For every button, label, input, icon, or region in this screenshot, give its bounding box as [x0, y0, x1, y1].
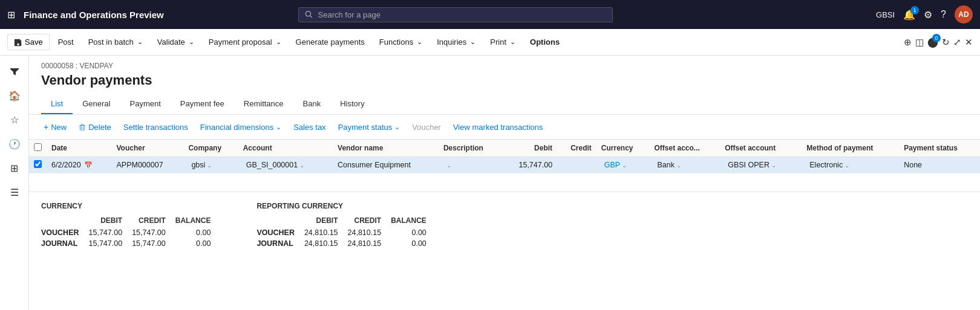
grid-menu-icon[interactable]: ⊞ — [7, 9, 15, 21]
tab-payment-fee[interactable]: Payment fee — [171, 94, 234, 114]
sales-tax-button[interactable]: Sales tax — [289, 120, 330, 134]
voucher-label: Voucher — [412, 123, 441, 132]
app-title: Finance and Operations Preview — [24, 10, 164, 20]
currency-summary-row: JOURNAL 15,747.00 15,747.00 0.00 — [41, 238, 220, 249]
currency-summary-row: VOUCHER 15,747.00 15,747.00 0.00 — [41, 227, 220, 238]
row-checkbox[interactable] — [34, 160, 42, 168]
new-button[interactable]: + New — [39, 120, 71, 134]
currency-summary: CURRENCY DEBIT CREDIT BALANCE — [41, 202, 220, 249]
method-dropdown[interactable]: Electronic⌄ — [806, 160, 852, 170]
col-offset-acct-type: Offset acco... — [650, 140, 720, 157]
summary-section: CURRENCY DEBIT CREDIT BALANCE — [29, 192, 980, 259]
command-bar: Save Post Post in batch Validate Payment… — [0, 29, 980, 56]
favorites-icon[interactable]: ☆ — [4, 109, 25, 131]
reporting-row-credit: 24,810.15 — [348, 227, 391, 238]
badge-icon[interactable]: ⬤0 — [927, 36, 938, 48]
reporting-summary-row: JOURNAL 24,810.15 24,810.15 0.00 — [256, 238, 436, 249]
summary-row: CURRENCY DEBIT CREDIT BALANCE — [41, 202, 968, 249]
delete-icon — [79, 123, 86, 131]
tab-bank[interactable]: Bank — [293, 94, 331, 114]
col-account: Account — [238, 140, 333, 157]
fullscreen-icon[interactable]: ⤢ — [953, 37, 961, 48]
avatar[interactable]: AD — [955, 5, 973, 24]
personalize-icon[interactable]: ⊕ — [904, 37, 912, 48]
cell-description: ⌄ — [439, 157, 502, 173]
reporting-table: DEBIT CREDIT BALANCE VOUCHER 24,810.15 2… — [256, 215, 436, 249]
workspace-icon[interactable]: ⊞ — [4, 157, 25, 179]
financial-dimensions-button[interactable]: Financial dimensions — [195, 120, 286, 134]
chevron-down-icon: ⌄ — [676, 162, 681, 169]
payment-proposal-button[interactable]: Payment proposal — [203, 34, 287, 50]
list-icon[interactable]: ☰ — [4, 181, 25, 203]
reporting-summary: REPORTING CURRENCY DEBIT CREDIT BALANCE — [256, 202, 436, 249]
col-check[interactable] — [29, 140, 47, 157]
home-icon[interactable]: 🏠 — [4, 85, 25, 106]
close-icon[interactable]: ✕ — [965, 37, 973, 48]
inquiries-button[interactable]: Inquiries — [431, 34, 482, 50]
tab-payment[interactable]: Payment — [120, 94, 170, 114]
search-input[interactable] — [318, 10, 607, 19]
currency-dropdown[interactable]: GBP⌄ — [601, 160, 630, 170]
page-title: Vendor payments — [41, 73, 968, 88]
currency-row-label: VOUCHER — [41, 227, 89, 238]
tab-list[interactable]: List — [41, 94, 73, 114]
currency-row-credit: 15,747.00 — [132, 227, 175, 238]
functions-button[interactable]: Functions — [373, 34, 428, 50]
content-toolbar: + New Delete Settle transactions Financi… — [29, 115, 980, 140]
generate-payments-label: Generate payments — [296, 37, 365, 47]
options-button[interactable]: Options — [524, 34, 566, 50]
help-icon[interactable]: ? — [941, 9, 946, 20]
reporting-row-balance: 0.00 — [391, 238, 436, 249]
company-label: GBSI — [876, 10, 895, 19]
reporting-row-credit: 24,810.15 — [348, 238, 391, 249]
chevron-down-icon: ⌄ — [622, 162, 627, 169]
validate-button[interactable]: Validate — [151, 34, 200, 50]
select-all-checkbox[interactable] — [34, 143, 42, 151]
voucher-button: Voucher — [407, 120, 446, 134]
filter-icon[interactable] — [4, 60, 25, 82]
offset-acct-type-dropdown[interactable]: Bank⌄ — [655, 160, 685, 170]
col-method: Method of payment — [802, 140, 899, 157]
save-button[interactable]: Save — [7, 34, 50, 50]
notifications-icon[interactable]: 🔔 1 — [903, 9, 915, 21]
tab-general[interactable]: General — [73, 94, 120, 114]
tab-remittance[interactable]: Remittance — [234, 94, 293, 114]
payment-status-button[interactable]: Payment status — [333, 120, 405, 134]
top-navigation: ⊞ Finance and Operations Preview GBSI 🔔 … — [0, 0, 980, 29]
payment-status-label: Payment status — [338, 123, 393, 132]
sales-tax-label: Sales tax — [293, 123, 325, 132]
currency-col-label — [41, 215, 89, 227]
calendar-icon[interactable]: 📅 — [84, 161, 93, 169]
cell-date: 6/2/2020 📅 — [47, 157, 111, 173]
svg-line-1 — [310, 16, 312, 18]
top-nav-right: GBSI 🔔 1 ⚙ ? AD — [876, 5, 973, 24]
search-bar[interactable] — [298, 7, 613, 22]
description-dropdown[interactable]: ⌄ — [443, 161, 454, 170]
col-payment-status: Payment status — [899, 140, 980, 157]
tab-history[interactable]: History — [330, 94, 374, 114]
view-marked-label: View marked transactions — [453, 123, 543, 132]
company-dropdown[interactable]: gbsi⌄ — [188, 160, 215, 170]
row-check[interactable] — [29, 157, 47, 173]
post-in-batch-button[interactable]: Post in batch — [82, 34, 149, 50]
search-icon — [305, 10, 313, 19]
delete-button[interactable]: Delete — [74, 120, 116, 134]
settle-transactions-button[interactable]: Settle transactions — [119, 120, 193, 134]
recent-icon[interactable]: 🕐 — [4, 133, 25, 155]
settings-icon[interactable]: ⚙ — [924, 9, 932, 21]
col-date: Date — [47, 140, 111, 157]
cell-account: GB_SI_000001⌄ — [238, 157, 333, 173]
view-marked-button[interactable]: View marked transactions — [448, 120, 548, 134]
table-row[interactable]: 6/2/2020 📅 APPM000007 gbsi⌄ GB_SI_000001… — [29, 157, 980, 173]
post-label: Post — [58, 37, 74, 47]
offset-account-dropdown[interactable]: GBSI OPER⌄ — [725, 160, 779, 170]
post-button[interactable]: Post — [52, 34, 80, 50]
notif-count: 1 — [910, 6, 919, 15]
generate-payments-button[interactable]: Generate payments — [290, 34, 371, 50]
reporting-col-label — [256, 215, 304, 227]
refresh-icon[interactable]: ↻ — [942, 37, 950, 48]
account-dropdown[interactable]: GB_SI_000001⌄ — [243, 160, 308, 170]
chevron-down-icon: ⌄ — [771, 162, 776, 169]
print-button[interactable]: Print — [484, 34, 521, 50]
detach-icon[interactable]: ◫ — [915, 37, 924, 48]
